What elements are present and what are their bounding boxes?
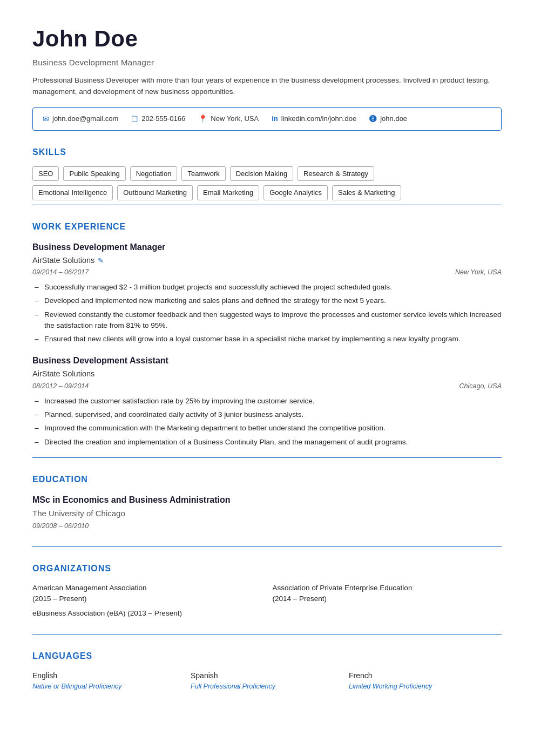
edu-degree: MSc in Economics and Business Administra… — [32, 494, 502, 507]
location-icon: 📍 — [198, 113, 207, 125]
bullet-item: Improved the communication with the Mark… — [35, 423, 502, 434]
bullet-item: Planned, supervised, and coordinated dai… — [35, 409, 502, 420]
language-level: Limited Working Proficiency — [349, 681, 502, 692]
bullet-item: Increased the customer satisfaction rate… — [35, 396, 502, 407]
organizations-section: ORGANIZATIONS American Management Associ… — [32, 546, 502, 619]
language-item: SpanishFull Professional Proficiency — [191, 670, 343, 692]
date-location-row: 08/2012 – 09/2014Chicago, USA — [32, 381, 502, 392]
date-location-row: 09/2014 – 06/2017New York, USA — [32, 267, 502, 278]
work-experience-section: WORK EXPERIENCE Business Development Man… — [32, 205, 502, 448]
language-item: EnglishNative or Bilingual Proficiency — [32, 670, 185, 692]
phone-contact: ☐ 202-555-0166 — [131, 113, 185, 125]
skills-section: SKILLS SEOPublic SpeakingNegotiationTeam… — [32, 146, 502, 200]
skill-tag: Emotional Intelligence — [32, 185, 113, 200]
job-entry: Business Development AssistantAirState S… — [32, 354, 502, 448]
company-name: AirState Solutions — [32, 255, 94, 267]
language-item: FrenchLimited Working Proficiency — [349, 670, 502, 692]
skill-tag: Research & Strategy — [298, 166, 374, 181]
candidate-job-title: Business Development Manager — [32, 57, 502, 69]
candidate-name: John Doe — [32, 22, 502, 56]
organizations-grid: American Management Association(2015 – P… — [32, 583, 502, 605]
external-link-icon[interactable]: ✎ — [98, 255, 104, 266]
org-item: Association of Private Enterprise Educat… — [273, 583, 502, 605]
language-name: English — [32, 670, 185, 681]
job-title: Business Development Manager — [32, 241, 502, 254]
languages-section: LANGUAGES EnglishNative or Bilingual Pro… — [32, 634, 502, 692]
email-icon: ✉ — [43, 113, 49, 125]
skill-tag: Teamwork — [181, 166, 225, 181]
languages-title: LANGUAGES — [32, 650, 502, 663]
job-bullets: Increased the customer satisfaction rate… — [35, 396, 502, 448]
language-level: Full Professional Proficiency — [191, 681, 343, 692]
contact-bar: ✉ john.doe@gmail.com ☐ 202-555-0166 📍 Ne… — [32, 107, 502, 131]
edu-dates: 09/2008 – 06/2010 — [32, 521, 502, 531]
bullet-item: Directed the creation and implementation… — [35, 437, 502, 448]
company-name: AirState Solutions — [32, 368, 94, 380]
bullet-item: Reviewed constantly the customer feedbac… — [35, 309, 502, 332]
phone-icon: ☐ — [131, 113, 138, 125]
candidate-summary: Professional Business Developer with mor… — [32, 75, 497, 98]
skills-title: SKILLS — [32, 146, 502, 159]
language-name: French — [349, 670, 502, 681]
bullet-item: Developed and implemented new marketing … — [35, 295, 502, 306]
skill-tag: Public Speaking — [63, 166, 125, 181]
work-experience-title: WORK EXPERIENCE — [32, 220, 502, 233]
language-level: Native or Bilingual Proficiency — [32, 681, 185, 692]
bullet-item: Successfully managed $2 - 3 million budg… — [35, 282, 502, 293]
job-title: Business Development Assistant — [32, 354, 502, 367]
language-name: Spanish — [191, 670, 343, 681]
skill-tag: SEO — [32, 166, 59, 181]
job-entry: Business Development ManagerAirState Sol… — [32, 241, 502, 345]
job-location: New York, USA — [455, 267, 502, 278]
job-dates: 09/2014 – 06/2017 — [32, 267, 89, 278]
education-title: EDUCATION — [32, 473, 502, 486]
company-row: AirState Solutions✎ — [32, 255, 502, 267]
skype-contact: 🅢 john.doe — [369, 113, 407, 125]
job-location: Chicago, USA — [459, 381, 502, 392]
skill-tag: Outbound Marketing — [117, 185, 193, 200]
skill-tag: Sales & Marketing — [332, 185, 401, 200]
linkedin-contact: in linkedin.com/in/john.doe — [272, 113, 356, 124]
skill-tag: Decision Making — [230, 166, 293, 181]
job-dates: 08/2012 – 09/2014 — [32, 381, 89, 392]
email-contact: ✉ john.doe@gmail.com — [43, 113, 118, 125]
org-item: American Management Association(2015 – P… — [32, 583, 262, 605]
skill-tag: Negotiation — [130, 166, 178, 181]
edu-school: The University of Chicago — [32, 508, 502, 520]
job-bullets: Successfully managed $2 - 3 million budg… — [35, 282, 502, 345]
education-section: EDUCATION MSc in Economics and Business … — [32, 457, 502, 531]
skype-icon: 🅢 — [369, 113, 377, 125]
bullet-item: Ensured that new clients will grow into … — [35, 334, 502, 345]
skill-tag: Email Marketing — [197, 185, 259, 200]
organizations-title: ORGANIZATIONS — [32, 562, 502, 575]
header-section: John Doe Business Development Manager Pr… — [32, 22, 502, 98]
company-row: AirState Solutions — [32, 368, 502, 380]
skill-tag: Google Analytics — [263, 185, 328, 200]
location-contact: 📍 New York, USA — [198, 113, 259, 125]
skills-row-2: Emotional IntelligenceOutbound Marketing… — [32, 185, 502, 200]
linkedin-icon: in — [272, 113, 278, 124]
skills-row-1: SEOPublic SpeakingNegotiationTeamworkDec… — [32, 166, 502, 181]
org-item: eBusiness Association (eBA) (2013 – Pres… — [32, 608, 502, 619]
